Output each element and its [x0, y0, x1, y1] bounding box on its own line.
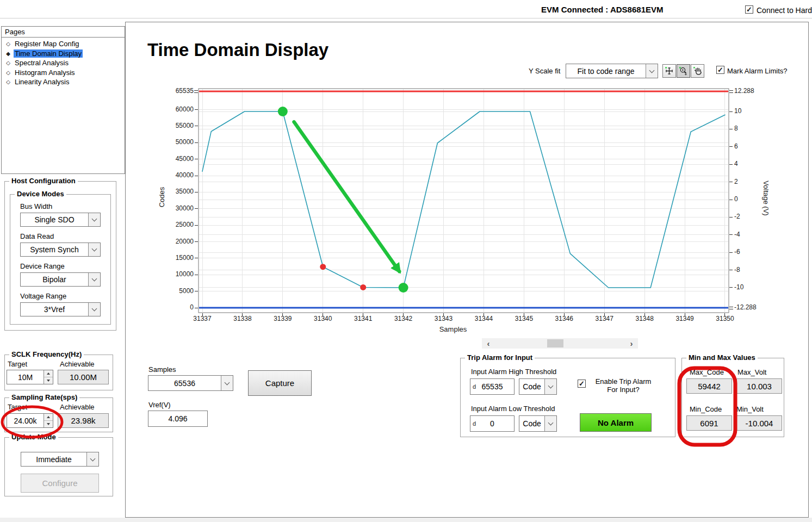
chevron-down-icon[interactable]	[88, 213, 100, 226]
pages-list: ◇Register Map Config◆Time Domain Display…	[3, 39, 123, 87]
radix-indicator: d	[473, 420, 476, 427]
sampling-rate-target-spinbox[interactable]: 24.00k	[7, 413, 53, 428]
trip-alarm-title: Trip Alarm for Input	[465, 353, 535, 362]
sampling-rate-title: Sampling Rate(sps)	[9, 393, 79, 401]
chart-scrollbar[interactable]: ‹ ›	[482, 338, 638, 349]
page-title: Time Domain Display	[147, 40, 328, 60]
samples-dropdown[interactable]: 65536	[148, 375, 233, 391]
max-volt-display: 10.003	[736, 378, 782, 394]
alarm-low-threshold-value: 0	[490, 419, 494, 428]
diamond-icon: ◇	[3, 70, 14, 76]
chevron-down-icon[interactable]	[88, 303, 100, 316]
alarm-high-threshold-value: 65535	[482, 382, 503, 391]
plot-area[interactable]	[199, 89, 729, 313]
alarm-status-indicator: No Alarm	[580, 413, 652, 432]
sampling-achievable-label: Achievable	[60, 403, 95, 411]
max-code-display: 59442	[686, 378, 732, 394]
voltage-range-dropdown[interactable]: 3*Vref	[20, 302, 101, 316]
vref-value: 4.096	[168, 414, 187, 423]
cursor-tool-button[interactable]	[662, 64, 676, 78]
chevron-down-icon[interactable]	[221, 376, 233, 390]
configure-button[interactable]: Configure	[21, 474, 99, 493]
sidebar-item-label: Register Map Config	[14, 40, 80, 48]
sclk-target-spinbox[interactable]: 10M	[7, 370, 53, 384]
crosshair-icon	[665, 66, 674, 76]
diamond-filled-icon: ◆	[3, 51, 14, 57]
sidebar-item-histogram-analysis[interactable]: ◇Histogram Analysis	[3, 68, 123, 78]
scroll-left-arrow[interactable]: ‹	[483, 338, 494, 349]
device-range-label: Device Range	[20, 262, 65, 270]
sidebar-item-label: Time Domain Display	[14, 49, 83, 58]
alarm-low-unit-value: Code	[519, 416, 544, 431]
sampling-achievable-display: 23.98k	[58, 413, 109, 428]
spinner-arrows	[44, 414, 53, 427]
samples-label: Samples	[148, 365, 176, 374]
chevron-down-icon[interactable]	[88, 243, 100, 256]
alarm-high-unit-dropdown[interactable]: Code	[519, 378, 557, 395]
chevron-down-icon[interactable]	[646, 64, 658, 78]
enable-trip-alarm-label-line1: Enable Trip Alarm	[587, 377, 659, 386]
bus-width-dropdown[interactable]: Single SDO	[20, 213, 101, 227]
sidebar-item-label: Histogram Analysis	[14, 69, 76, 77]
spin-down-arrow[interactable]	[44, 420, 53, 428]
sidebar-item-register-map-config[interactable]: ◇Register Map Config	[3, 39, 123, 49]
sclk-target-value[interactable]: 10M	[7, 370, 44, 384]
sampling-rate-target-value[interactable]: 24.00k	[7, 414, 44, 427]
min-max-values-title: Min and Max Values	[686, 353, 758, 362]
alarm-high-unit-value: Code	[519, 379, 544, 394]
magnifier-icon	[679, 66, 688, 76]
sclk-frequency-title: SCLK Frequency(Hz)	[9, 350, 84, 358]
enable-trip-alarm-label-line2: For Input?	[587, 386, 659, 394]
zoom-tool-button[interactable]	[677, 64, 690, 78]
yscale-fit-label: Y Scale fit	[529, 67, 560, 75]
yscale-fit-value: Fit to code range	[566, 64, 646, 78]
vref-field[interactable]: 4.096	[148, 411, 208, 427]
alarm-low-threshold-field[interactable]: d 0	[470, 415, 515, 432]
sidebar-item-label: Spectral Analysis	[14, 59, 70, 67]
chevron-down-icon[interactable]	[86, 452, 98, 466]
alarm-high-threshold-label: Input Alarm High Threshold	[471, 368, 556, 376]
radix-indicator: d	[473, 383, 476, 390]
device-range-dropdown[interactable]: Bipolar	[20, 272, 101, 287]
sidebar-item-linearity-analysis[interactable]: ◇Linearity Analysis	[3, 77, 123, 87]
scroll-right-arrow[interactable]: ›	[626, 338, 637, 349]
dropdown-value: System Synch	[21, 243, 88, 256]
diamond-icon: ◇	[3, 41, 14, 47]
spinner-arrows	[44, 370, 53, 384]
enable-trip-alarm-label: Enable Trip Alarm For Input?	[587, 377, 659, 394]
dropdown-value: Single SDO	[21, 213, 88, 226]
update-mode-dropdown[interactable]: Immediate	[21, 452, 99, 467]
mark-alarm-limits-label: Mark Alarm Limits?	[727, 67, 788, 75]
pan-tool-button[interactable]	[691, 64, 704, 78]
sidebar-item-spectral-analysis[interactable]: ◇Spectral Analysis	[3, 58, 123, 68]
max-volt-label: Max_Volt	[737, 368, 766, 376]
chevron-down-icon[interactable]	[88, 273, 100, 286]
chevron-down-icon[interactable]	[544, 416, 556, 431]
sclk-target-label: Target	[8, 360, 27, 368]
min-code-display: 6091	[686, 415, 732, 431]
sclk-achievable-display: 10.00M	[58, 370, 109, 384]
alarm-low-unit-dropdown[interactable]: Code	[519, 415, 557, 432]
sidebar-item-time-domain-display[interactable]: ◆Time Domain Display	[3, 49, 123, 59]
enable-trip-alarm-checkbox[interactable]: ✓	[578, 380, 586, 388]
header-divider	[0, 18, 812, 18]
device-modes-title: Device Modes	[15, 190, 66, 198]
device-modes-group: Device Modes Bus WidthSingle SDOData Rea…	[10, 194, 111, 325]
spin-down-arrow[interactable]	[44, 377, 53, 384]
min-volt-display: -10.004	[736, 415, 782, 431]
data-read-dropdown[interactable]: System Synch	[20, 243, 101, 257]
pages-panel: Pages ◇Register Map Config◆Time Domain D…	[1, 26, 125, 174]
sidebar-item-label: Linearity Analysis	[14, 78, 70, 86]
yscale-fit-dropdown[interactable]: Fit to code range	[566, 64, 658, 78]
mark-alarm-limits-checkbox[interactable]: ✓	[716, 66, 724, 74]
dropdown-value: Bipolar	[21, 273, 88, 286]
pages-title: Pages	[5, 28, 25, 36]
voltage-range-label: Voltage Range	[20, 292, 66, 300]
scrollbar-thumb[interactable]	[547, 339, 563, 347]
host-configuration-title: Host Configuration	[9, 177, 78, 185]
alarm-high-threshold-field[interactable]: d 65535	[470, 378, 515, 395]
connect-hardware-checkbox[interactable]: ✓	[745, 5, 753, 14]
max-code-label: Max_Code	[690, 368, 724, 376]
capture-button[interactable]: Capture	[248, 370, 312, 396]
chevron-down-icon[interactable]	[544, 379, 556, 394]
